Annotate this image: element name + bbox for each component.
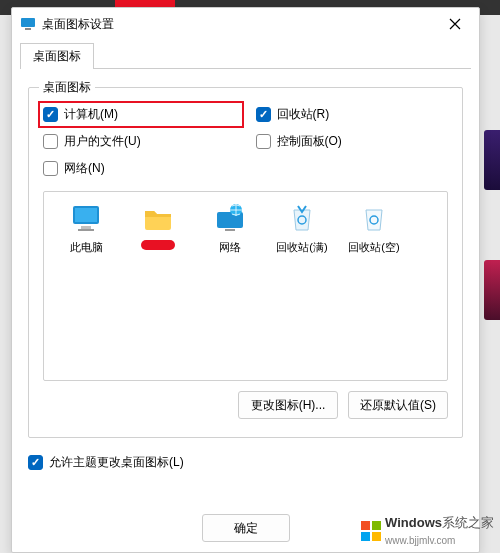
recycle-empty-icon	[358, 202, 390, 234]
allow-theme-row: 允许主题更改桌面图标(L)	[28, 454, 463, 471]
change-icon-button[interactable]: 更改图标(H)...	[238, 391, 338, 419]
icon-preview-area[interactable]: 此电脑 网络	[43, 191, 448, 381]
recycle-full-icon	[286, 202, 318, 234]
checkbox-control-label: 控制面板(O)	[277, 133, 342, 150]
titlebar: 桌面图标设置	[12, 8, 479, 40]
checkbox-network[interactable]	[43, 161, 58, 176]
checkbox-computer[interactable]	[43, 107, 58, 122]
icon-network[interactable]: 网络	[194, 202, 266, 255]
icon-this-pc-label: 此电脑	[70, 240, 103, 255]
checkbox-recycle-label: 回收站(R)	[277, 106, 330, 123]
checkbox-allow-theme[interactable]	[28, 455, 43, 470]
icon-recycle-empty-label: 回收站(空)	[348, 240, 399, 255]
svg-rect-1	[25, 28, 31, 30]
network-icon	[214, 202, 246, 234]
checkbox-network-row: 网络(N)	[43, 160, 236, 177]
redacted-label	[141, 240, 175, 250]
checkbox-network-label: 网络(N)	[64, 160, 105, 177]
svg-rect-3	[75, 208, 97, 222]
close-button[interactable]	[439, 12, 471, 36]
background-thumbnails	[480, 70, 500, 470]
icon-this-pc[interactable]: 此电脑	[50, 202, 122, 255]
dialog-content: 桌面图标 计算机(M) 回收站(R) 用户的文件(U) 控制面板(O)	[12, 69, 479, 479]
checkbox-computer-label: 计算机(M)	[64, 106, 118, 123]
app-icon	[20, 16, 36, 32]
checkbox-recycle-row: 回收站(R)	[256, 106, 449, 123]
checkbox-userdocs-row: 用户的文件(U)	[43, 133, 236, 150]
icon-recycle-full-label: 回收站(满)	[276, 240, 327, 255]
checkbox-recycle[interactable]	[256, 107, 271, 122]
tab-strip: 桌面图标	[12, 42, 479, 68]
checkbox-computer-row: 计算机(M)	[38, 101, 244, 128]
tab-desktop-icons[interactable]: 桌面图标	[20, 43, 94, 69]
svg-rect-4	[81, 226, 91, 229]
icon-redacted[interactable]	[122, 202, 194, 255]
svg-rect-8	[225, 229, 235, 231]
fieldset-legend: 桌面图标	[39, 79, 95, 96]
restore-default-button[interactable]: 还原默认值(S)	[348, 391, 448, 419]
checkbox-control[interactable]	[256, 134, 271, 149]
icon-recycle-empty[interactable]: 回收站(空)	[338, 202, 410, 255]
ok-button[interactable]: 确定	[202, 514, 290, 542]
icon-recycle-full[interactable]: 回收站(满)	[266, 202, 338, 255]
svg-rect-0	[21, 18, 35, 27]
folder-icon	[142, 202, 174, 234]
checkbox-userdocs-label: 用户的文件(U)	[64, 133, 141, 150]
checkbox-userdocs[interactable]	[43, 134, 58, 149]
close-icon	[449, 18, 461, 30]
monitor-icon	[70, 202, 102, 234]
desktop-icons-fieldset: 桌面图标 计算机(M) 回收站(R) 用户的文件(U) 控制面板(O)	[28, 87, 463, 438]
checkbox-control-row: 控制面板(O)	[256, 133, 449, 150]
icon-network-label: 网络	[219, 240, 241, 255]
svg-rect-5	[78, 229, 94, 231]
desktop-icon-settings-dialog: 桌面图标设置 桌面图标 桌面图标 计算机(M) 回收站(R) 用户的文件	[11, 7, 480, 553]
checkbox-allow-theme-label: 允许主题更改桌面图标(L)	[49, 454, 184, 471]
dialog-title: 桌面图标设置	[42, 16, 439, 33]
